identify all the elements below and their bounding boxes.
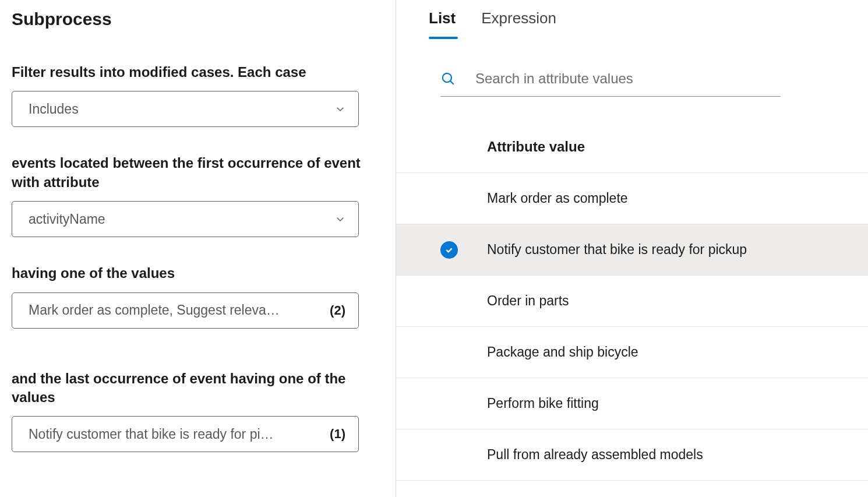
attribute-list: Mark order as completeNotify customer th… <box>396 173 868 481</box>
check-icon <box>440 241 458 259</box>
filter-label: Filter results into modified cases. Each… <box>12 63 383 82</box>
svg-point-0 <box>443 73 451 82</box>
having-values-display: Mark order as complete, Suggest releva… <box>29 302 280 318</box>
having-values-label: having one of the values <box>12 264 383 283</box>
filter-value: Includes <box>29 101 79 117</box>
last-occurrence-display: Notify customer that bike is ready for p… <box>29 426 274 442</box>
check-slot <box>440 241 487 259</box>
search-input[interactable] <box>475 71 781 87</box>
last-occurrence-select[interactable]: Notify customer that bike is ready for p… <box>12 416 359 452</box>
attribute-select[interactable]: activityName <box>12 201 359 237</box>
last-occurrence-count: (1) <box>330 426 345 442</box>
search-icon <box>440 71 456 86</box>
item-label: Package and ship bicycle <box>487 344 638 360</box>
list-item[interactable]: Perform bike fitting <box>396 378 868 429</box>
between-attr-label: events located between the first occurre… <box>12 154 383 192</box>
having-values-count: (2) <box>330 303 345 318</box>
list-item[interactable]: Notify customer that bike is ready for p… <box>396 224 868 276</box>
search-row <box>440 71 781 97</box>
right-panel: List Expression Attribute value Mark ord… <box>396 0 868 497</box>
chevron-down-icon <box>335 104 345 114</box>
tab-expression[interactable]: Expression <box>481 9 556 38</box>
page-title: Subprocess <box>12 9 383 29</box>
item-label: Order in parts <box>487 293 569 309</box>
tabs: List Expression <box>396 9 868 38</box>
item-label: Notify customer that bike is ready for p… <box>487 242 747 258</box>
left-panel: Subprocess Filter results into modified … <box>0 0 396 497</box>
last-occurrence-label: and the last occurrence of event having … <box>12 369 383 407</box>
chevron-down-icon <box>335 214 345 224</box>
list-header: Attribute value <box>396 97 868 173</box>
list-item[interactable]: Pull from already assembled models <box>396 429 868 481</box>
item-label: Mark order as complete <box>487 191 628 206</box>
item-label: Perform bike fitting <box>487 396 599 411</box>
having-values-select[interactable]: Mark order as complete, Suggest releva… … <box>12 292 359 329</box>
svg-line-1 <box>450 81 454 84</box>
attribute-value: activityName <box>29 212 105 227</box>
list-item[interactable]: Order in parts <box>396 276 868 327</box>
list-item[interactable]: Mark order as complete <box>396 173 868 224</box>
item-label: Pull from already assembled models <box>487 447 703 463</box>
filter-select[interactable]: Includes <box>12 91 359 127</box>
list-item[interactable]: Package and ship bicycle <box>396 327 868 378</box>
tab-list[interactable]: List <box>429 9 456 38</box>
